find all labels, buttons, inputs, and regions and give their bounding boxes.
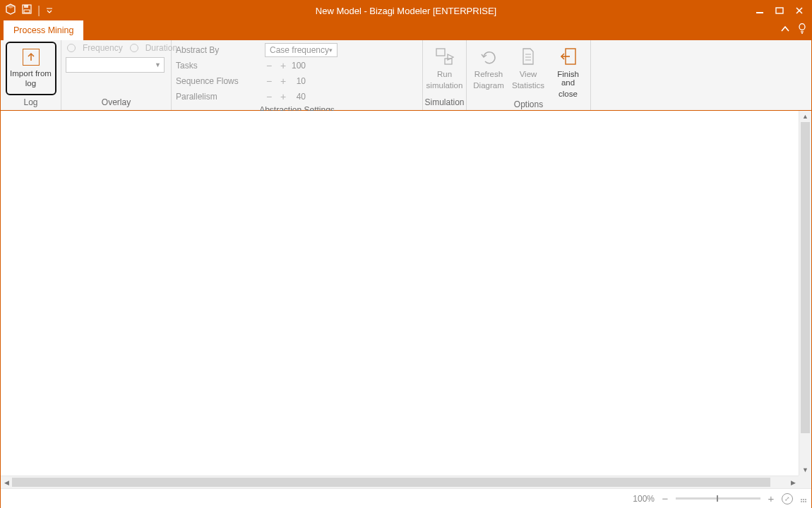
- qat-separator: |: [37, 4, 40, 17]
- horizontal-scrollbar[interactable]: ◀ ▶: [1, 476, 799, 488]
- horizontal-scroll-thumb[interactable]: [12, 478, 770, 487]
- frequency-radio-label: Frequency: [83, 43, 123, 53]
- app-icon: [5, 4, 16, 18]
- parallelism-plus[interactable]: +: [279, 92, 287, 102]
- parallelism-label: Parallelism: [176, 92, 265, 102]
- scroll-right-arrow[interactable]: ▶: [787, 476, 799, 488]
- zoom-in-button[interactable]: +: [766, 492, 776, 504]
- view-statistics-button[interactable]: View Statistics: [511, 43, 546, 90]
- run-simulation-button[interactable]: Run simulation: [427, 43, 462, 90]
- window-title: New Model - Bizagi Modeler [ENTERPRISE]: [316, 6, 496, 16]
- status-bar: 100% − + ⤢: [1, 488, 811, 508]
- zoom-level-label: 100%: [633, 494, 655, 504]
- help-icon[interactable]: [797, 23, 807, 37]
- ribbon-group-label-options: Options: [467, 98, 590, 111]
- title-bar: | New Model - Bizagi Modeler [ENTERPRISE…: [1, 1, 811, 20]
- overlay-combo[interactable]: ▼: [66, 57, 165, 73]
- sequence-minus[interactable]: −: [265, 76, 273, 86]
- ribbon-group-label-simulation: Simulation: [423, 96, 466, 110]
- scroll-left-arrow[interactable]: ◀: [1, 476, 12, 488]
- ribbon-group-label-overlay: Overlay: [61, 96, 171, 110]
- tab-process-mining[interactable]: Process Mining: [4, 20, 83, 40]
- vertical-scroll-thumb[interactable]: [801, 122, 810, 433]
- refresh-label-2: Diagram: [473, 81, 503, 90]
- zoom-out-button[interactable]: −: [660, 492, 670, 504]
- sequence-flows-label: Sequence Flows: [176, 76, 265, 86]
- back-arrow-icon: [560, 46, 577, 67]
- play-icon: [435, 46, 455, 67]
- view-label-2: Statistics: [512, 81, 544, 90]
- sequence-value: 10: [287, 76, 306, 86]
- zoom-slider[interactable]: [676, 497, 760, 500]
- finish-and-close-button[interactable]: Finish and close: [550, 43, 586, 98]
- abstract-by-label: Abstract By: [176, 45, 265, 55]
- finish-label-1: Finish and: [550, 70, 586, 87]
- abstract-by-combo[interactable]: Case frequency ▾: [265, 43, 338, 57]
- parallelism-minus[interactable]: −: [265, 92, 273, 102]
- import-label-line1: Import from: [10, 68, 52, 78]
- refresh-diagram-button[interactable]: Refresh Diagram: [471, 43, 506, 90]
- tasks-label: Tasks: [176, 61, 265, 71]
- minimize-button[interactable]: [751, 3, 769, 18]
- duration-radio[interactable]: [130, 44, 138, 52]
- import-from-log-button[interactable]: Import from log: [6, 42, 56, 95]
- chevron-down-icon: ▼: [155, 61, 161, 68]
- scroll-up-arrow[interactable]: ▲: [799, 111, 811, 122]
- parallelism-value: 40: [287, 92, 306, 102]
- scroll-down-arrow[interactable]: ▼: [799, 464, 811, 476]
- tasks-plus[interactable]: +: [279, 61, 287, 71]
- refresh-label-1: Refresh: [474, 70, 503, 78]
- collapse-ribbon-icon[interactable]: [780, 24, 790, 37]
- chevron-down-icon: ▾: [329, 47, 333, 54]
- svg-marker-1: [6, 4, 15, 8]
- qat-customize-icon[interactable]: [46, 4, 53, 17]
- close-button[interactable]: [790, 3, 808, 18]
- ribbon-group-simulation: Run simulation Simulation: [423, 40, 467, 110]
- import-icon: [23, 49, 40, 66]
- ribbon-tabstrip: Process Mining: [1, 20, 811, 40]
- fit-to-screen-button[interactable]: ⤢: [782, 493, 793, 504]
- vertical-scrollbar[interactable]: ▲ ▼: [799, 111, 811, 476]
- abstract-by-value: Case frequency: [270, 45, 329, 55]
- svg-rect-7: [776, 8, 783, 13]
- refresh-icon: [479, 46, 498, 67]
- run-label-2: simulation: [426, 81, 463, 90]
- tasks-value: 100: [287, 61, 306, 71]
- ribbon-group-overlay: Frequency Duration ▼ Overlay: [61, 40, 172, 110]
- svg-rect-14: [436, 49, 445, 56]
- sequence-plus[interactable]: +: [279, 76, 287, 86]
- svg-marker-15: [448, 54, 453, 60]
- frequency-radio[interactable]: [67, 44, 76, 52]
- import-label-line2: log: [25, 78, 36, 88]
- svg-rect-4: [24, 10, 30, 13]
- diagram-canvas[interactable]: [1, 111, 799, 476]
- ribbon-group-log: Import from log Log: [1, 40, 61, 110]
- qat-save-icon[interactable]: [22, 4, 32, 17]
- canvas-area: ▲ ▼ ◀ ▶: [1, 111, 811, 488]
- svg-point-10: [799, 24, 805, 30]
- tasks-minus[interactable]: −: [265, 61, 273, 71]
- run-label-1: Run: [437, 70, 452, 78]
- ribbon-group-options: Refresh Diagram View Statistics Finish a…: [467, 40, 591, 110]
- finish-label-2: close: [559, 90, 578, 98]
- ribbon-group-abstraction: Abstract By Case frequency ▾ Tasks − + 1…: [172, 40, 423, 110]
- view-label-1: View: [520, 70, 537, 78]
- ribbon-group-label-log: Log: [1, 96, 61, 110]
- ribbon: Import from log Log Frequency Duration ▼…: [1, 40, 811, 111]
- maximize-button[interactable]: [770, 3, 789, 18]
- resize-grip[interactable]: [799, 495, 807, 503]
- document-icon: [520, 46, 536, 67]
- svg-rect-3: [24, 5, 28, 8]
